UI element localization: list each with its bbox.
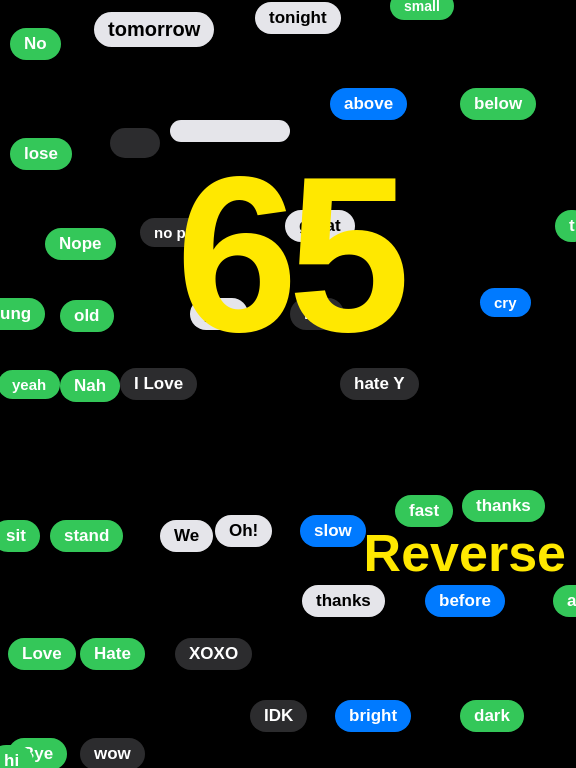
word-bubble-cry[interactable]: cry [480,288,531,317]
word-bubble-no[interactable]: No [10,28,61,60]
word-bubble-we[interactable]: We [160,520,213,552]
word-bubble-bar1[interactable] [110,128,160,158]
word-bubble-hate[interactable]: Hate [80,638,145,670]
word-bubble-ung[interactable]: ung [0,298,45,330]
word-bubble-bright[interactable]: bright [335,700,411,732]
word-bubble-small[interactable]: small [390,0,454,20]
word-bubble-wow[interactable]: wow [80,738,145,768]
word-bubble-old[interactable]: old [60,300,114,332]
word-bubble-dark[interactable]: dark [460,700,524,732]
word-bubble-yeah[interactable]: yeah [0,370,60,399]
word-bubble-lose[interactable]: lose [10,138,72,170]
word-bubble-love[interactable]: Love [8,638,76,670]
word-bubble-nope[interactable]: Nope [45,228,116,260]
word-bubble-t_end[interactable]: t [555,210,576,242]
word-bubble-oh[interactable]: Oh! [215,515,272,547]
word-bubble-slow[interactable]: slow [300,515,366,547]
game-container: 65 Reverse smalltonighttomorrowNoabovebe… [0,0,576,768]
big-number: 65 [176,145,401,365]
word-bubble-before[interactable]: before [425,585,505,617]
word-bubble-idk[interactable]: IDK [250,700,307,732]
word-bubble-xoxo[interactable]: XOXO [175,638,252,670]
word-bubble-below[interactable]: below [460,88,536,120]
word-bubble-tomorrow[interactable]: tomorrow [94,12,214,47]
word-bubble-stand[interactable]: stand [50,520,123,552]
word-bubble-nah[interactable]: Nah [60,370,120,402]
word-bubble-sit[interactable]: sit [0,520,40,552]
word-bubble-af[interactable]: af [553,585,576,617]
word-bubble-thanks_mid[interactable]: thanks [302,585,385,617]
word-bubble-thanks_tr[interactable]: thanks [462,490,545,522]
word-bubble-above[interactable]: above [330,88,407,120]
reverse-label: Reverse [364,523,566,583]
word-bubble-tonight[interactable]: tonight [255,2,341,34]
